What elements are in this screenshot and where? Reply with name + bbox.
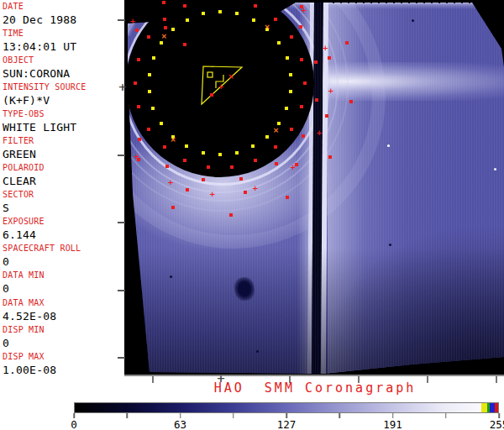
fiducial-red-ring-1 xyxy=(183,4,186,8)
fiducial-diagonal-x: × xyxy=(273,126,280,134)
fiducial-inner-yellow xyxy=(202,151,205,155)
fiducial-red-ring-3-square xyxy=(186,188,189,191)
fiducial-red-ring-2 xyxy=(314,60,318,64)
field-label: FILTER xyxy=(3,136,124,146)
fiducial-polygon xyxy=(126,0,504,375)
field-value: SUN:CORONA xyxy=(3,67,124,80)
fiducial-red-ring-1 xyxy=(134,81,137,85)
fiducial-red-ring-2 xyxy=(135,29,139,32)
colorbar-tick-label: 127 xyxy=(277,418,297,430)
fiducial-diagonal-x: × xyxy=(161,33,168,40)
field-label: DISP MAX xyxy=(3,352,124,362)
fiducial-inner-yellow xyxy=(186,18,189,22)
metadata-field: TYPE-OBS WHITE LIGHT xyxy=(3,109,124,136)
fiducial-red-ring-1 xyxy=(300,105,303,108)
fiducial-inner-yellow xyxy=(285,107,288,110)
fiducial-red-ring-3-square xyxy=(137,158,140,161)
fiducial-inner-yellow xyxy=(171,28,175,31)
metadata-field: DISP MIN 0 xyxy=(3,325,124,352)
fiducial-inner-yellow xyxy=(160,41,163,45)
fiducial-diagonal-x: × xyxy=(170,135,176,143)
fiducial-inner-yellow xyxy=(152,56,155,60)
fiducial-inner-yellow xyxy=(148,73,151,76)
fiducial-inner-yellow xyxy=(185,144,188,148)
field-label: TYPE-OBS xyxy=(3,109,124,119)
fiducial-red-ring-1 xyxy=(137,58,140,61)
fiducial-red-ring-2 xyxy=(239,177,243,181)
fiducial-inner-yellow xyxy=(252,18,255,22)
fiducial-inner-yellow xyxy=(289,73,292,76)
fiducial-inner-yellow xyxy=(202,12,205,15)
colorbar-tick xyxy=(445,413,447,418)
field-label: POLAROID xyxy=(3,163,124,173)
field-label: SPACECRAFT ROLL xyxy=(3,244,124,254)
fiducial-inner-yellow xyxy=(251,144,255,148)
metadata-field: SECTOR S xyxy=(3,190,124,217)
metadata-field: FILTER GREEN xyxy=(3,136,124,163)
fiducial-red-ring-1 xyxy=(147,35,150,39)
colorbar-tick-label: 191 xyxy=(383,418,402,430)
fiducial-red-ring-2 xyxy=(202,178,205,181)
fiducial-square-marker xyxy=(183,43,186,46)
frame-tick-left xyxy=(118,290,125,291)
frame-tick-left xyxy=(118,19,125,21)
fiducial-red-ring-3-cross: + xyxy=(209,190,216,197)
frame-tick-left xyxy=(118,222,125,223)
intensity-colorbar xyxy=(74,402,499,413)
fiducial-red-ring-3-square xyxy=(325,114,328,118)
field-value: 0 xyxy=(3,282,124,295)
metadata-field: INTENSITY SOURCE (K+F)*V xyxy=(3,82,124,109)
fiducial-inner-yellow xyxy=(235,151,239,155)
fiducial-red-ring-1 xyxy=(254,159,257,162)
field-label: TIME xyxy=(3,29,124,39)
fiducial-red-ring-3-square xyxy=(295,163,298,166)
colorbar-tick xyxy=(339,413,341,418)
metadata-field: TIME 13:04:01 UT xyxy=(3,29,124,55)
field-value: 0 xyxy=(3,255,124,268)
fiducial-inner-yellow xyxy=(286,56,289,60)
field-label: DATA MIN xyxy=(3,270,124,281)
fiducial-red-ring-outer xyxy=(328,155,332,159)
field-value: 13:04:01 UT xyxy=(3,40,124,53)
fiducial-red-ring-3-cross: + xyxy=(322,45,328,52)
field-label: DATA MAX xyxy=(3,298,124,308)
fiducial-red-ring-outer xyxy=(349,100,353,103)
fiducial-red-ring-1 xyxy=(207,165,210,169)
fiducial-red-ring-3-square xyxy=(328,56,331,60)
coronagraph-image: ××××+++++++++++× xyxy=(126,0,504,375)
image-title: HAO SMM Coronagraph xyxy=(126,380,504,396)
fiducial-red-ring-2 xyxy=(165,165,169,168)
fiducial-square xyxy=(207,72,213,77)
field-value: GREEN xyxy=(3,148,124,160)
fiducial-inner-yellow xyxy=(160,122,163,125)
fiducial-red-ring-2 xyxy=(302,134,305,138)
field-label: EXPOSURE xyxy=(3,217,124,227)
fiducial-red-ring-1 xyxy=(290,128,293,131)
metadata-field: DATA MAX 4.52E-08 xyxy=(3,298,124,325)
colorbar-tick xyxy=(127,413,129,418)
field-label: DATE xyxy=(3,2,124,12)
fiducial-red-ring-2 xyxy=(315,98,318,102)
metadata-field: SPACECRAFT ROLL 0 xyxy=(3,244,124,270)
fiducial-diagonal-x: × xyxy=(264,24,270,31)
fiducial-red-ring-2 xyxy=(138,138,141,141)
fiducial-x-marker: × xyxy=(228,73,234,81)
field-label: OBJECT xyxy=(3,55,124,66)
field-value: CLEAR xyxy=(3,175,124,187)
colorbar-tick-label: 63 xyxy=(174,418,186,430)
metadata-panel: DATE 20 Dec 1988 TIME 13:04:01 UT OBJECT… xyxy=(0,0,124,382)
fiducial-red-ring-2 xyxy=(299,25,302,29)
fiducial-red-ring-2 xyxy=(162,1,165,4)
fiducial-red-ring-1 xyxy=(147,128,150,131)
fiducial-red-ring-1 xyxy=(230,165,234,169)
metadata-field: DATA MIN 0 xyxy=(3,270,124,297)
fiducial-plus-marker: + xyxy=(129,18,136,25)
fiducial-inner-yellow xyxy=(277,41,281,45)
fiducial-red-ring-outer xyxy=(345,41,349,45)
colorbar-saturation-stripe xyxy=(495,403,498,412)
fiducial-red-ring-1 xyxy=(290,35,293,39)
fiducial-inner-yellow xyxy=(265,135,269,139)
metadata-field: DISP MAX 1.00E-08 xyxy=(3,352,124,379)
field-value: S xyxy=(3,202,124,214)
fiducial-inner-yellow xyxy=(148,90,151,93)
